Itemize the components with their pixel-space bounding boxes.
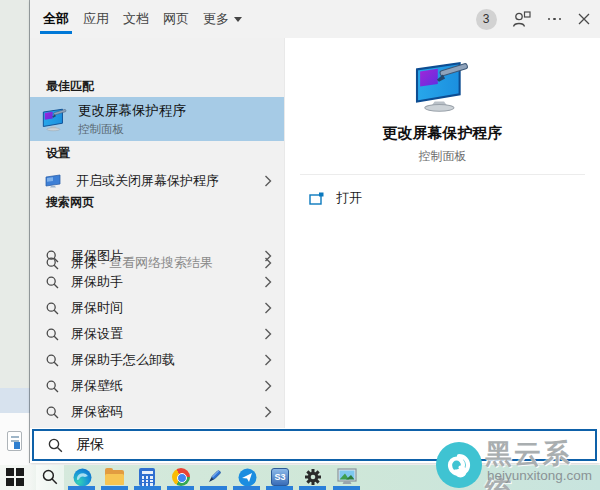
web-suggestion-row[interactable]: 屏保设置 (30, 321, 284, 347)
chevron-right-icon (264, 328, 272, 340)
running-indicator (266, 486, 293, 490)
search-icon (46, 302, 59, 315)
search-icon (46, 328, 59, 341)
windows-logo-icon (6, 468, 24, 486)
chevron-right-icon (264, 354, 272, 366)
settings-result-label: 开启或关闭屏幕保护程序 (76, 172, 219, 190)
search-flyout-window: 全部 应用 文档 网页 更多 3 最佳匹配 (30, 0, 600, 463)
chevron-right-icon (264, 302, 272, 314)
taskbar-chrome-button[interactable] (171, 467, 191, 487)
desktop-window-sliver (0, 388, 30, 413)
web-suggestion-label: 屏保助手 (71, 273, 123, 291)
close-icon[interactable] (578, 13, 590, 25)
web-suggestion-label: 屏保时间 (71, 299, 123, 317)
start-button[interactable] (5, 467, 25, 487)
running-indicator (68, 486, 95, 490)
taskbar-pen-tool-button[interactable] (204, 467, 224, 487)
running-indicator (101, 486, 128, 490)
desktop-document-icon[interactable] (7, 431, 22, 451)
search-icon (46, 250, 59, 263)
calculator-icon (139, 468, 155, 486)
web-suggestion-label: 屏保图片 (71, 247, 123, 265)
more-options-icon[interactable] (546, 14, 564, 25)
search-icon (46, 354, 59, 367)
web-suggestion-row[interactable]: 屏保时间 (30, 295, 284, 321)
tab-documents[interactable]: 文档 (123, 0, 149, 38)
filter-tabs: 全部 应用 文档 网页 更多 (43, 0, 242, 38)
search-web-header: 搜索网页 (46, 194, 94, 211)
best-match-result[interactable]: 更改屏幕保护程序 控制面板 (30, 97, 284, 141)
feedback-person-icon[interactable] (512, 11, 531, 28)
web-suggestion-label: 屏保设置 (71, 325, 123, 343)
display-photo-icon (337, 468, 357, 486)
folder-icon (105, 470, 124, 485)
settings-result[interactable]: 开启或关闭屏幕保护程序 (30, 164, 284, 198)
screensaver-icon-large (410, 60, 476, 112)
search-icon (46, 406, 59, 419)
taskbar-calculator-button[interactable] (137, 467, 157, 487)
running-indicator (200, 486, 227, 490)
web-suggestion-row[interactable]: 屏保助手 (30, 269, 284, 295)
search-icon (46, 380, 59, 393)
taskbar-explorer-button[interactable] (104, 467, 124, 487)
desktop-background (0, 0, 30, 465)
web-suggestion-row[interactable]: 屏保密码 (30, 399, 284, 425)
chevron-down-icon (234, 17, 242, 22)
chrome-icon (172, 468, 190, 486)
best-match-subtitle: 控制面板 (78, 122, 186, 137)
taskbar-search-button[interactable] (40, 467, 60, 487)
web-suggestion-label: 屏保助手怎么卸载 (71, 351, 175, 369)
web-suggestion-row[interactable]: 屏保壁纸 (30, 373, 284, 399)
chevron-right-icon (264, 406, 272, 418)
pen-tool-icon (205, 468, 223, 486)
s3-icon: S3 (271, 468, 289, 486)
open-icon (309, 192, 324, 205)
taskbar-photos-button[interactable] (337, 467, 357, 487)
settings-header: 设置 (46, 145, 70, 162)
search-icon (42, 469, 58, 485)
running-indicator (299, 486, 326, 490)
display-settings-icon (45, 174, 62, 189)
preview-panel: 更改屏幕保护程序 控制面板 打开 (284, 38, 600, 428)
taskbar-s3-button[interactable]: S3 (270, 467, 290, 487)
preview-divider (300, 174, 585, 175)
results-panel: 最佳匹配 更改屏幕保护程序 控制面板 设置 (30, 38, 284, 428)
search-icon (46, 276, 59, 289)
preview-subtitle: 控制面板 (285, 148, 600, 165)
edge-icon (73, 468, 92, 487)
taskbar-messenger-button[interactable] (237, 467, 257, 487)
search-filter-bar: 全部 应用 文档 网页 更多 3 (30, 0, 600, 38)
chevron-right-icon (264, 276, 272, 288)
open-action[interactable]: 打开 (285, 184, 600, 212)
taskbar: S3 (0, 465, 600, 490)
windows-search-screen: 全部 应用 文档 网页 更多 3 最佳匹配 (0, 0, 600, 490)
search-icon (48, 438, 63, 453)
taskbar-settings-button[interactable] (303, 467, 323, 487)
open-label: 打开 (336, 189, 362, 207)
preview-title: 更改屏幕保护程序 (285, 124, 600, 143)
search-input[interactable]: 屏保 (76, 436, 104, 454)
screensaver-icon (41, 107, 69, 132)
running-indicator (333, 486, 360, 490)
tab-apps[interactable]: 应用 (83, 0, 109, 38)
running-indicator (233, 486, 260, 490)
account-badge[interactable]: 3 (476, 9, 497, 30)
web-suggestions-list: 屏保图片 屏保助手 (30, 243, 284, 425)
search-box[interactable]: 屏保 (32, 429, 597, 461)
paper-plane-icon (238, 468, 257, 487)
tab-all[interactable]: 全部 (43, 0, 69, 38)
web-suggestion-row[interactable]: 屏保图片 (30, 243, 284, 269)
gear-icon (304, 468, 322, 486)
running-indicator (167, 486, 194, 490)
running-indicator (134, 486, 161, 490)
web-suggestion-row[interactable]: 屏保助手怎么卸载 (30, 347, 284, 373)
web-suggestion-label: 屏保密码 (71, 403, 123, 421)
best-match-title: 更改屏幕保护程序 (78, 102, 186, 120)
tab-more[interactable]: 更多 (203, 0, 242, 38)
chevron-right-icon (264, 380, 272, 392)
tab-web[interactable]: 网页 (163, 0, 189, 38)
taskbar-edge-button[interactable] (72, 467, 92, 487)
best-match-header: 最佳匹配 (46, 78, 94, 95)
chevron-right-icon (264, 175, 272, 187)
web-suggestion-label: 屏保壁纸 (71, 377, 123, 395)
